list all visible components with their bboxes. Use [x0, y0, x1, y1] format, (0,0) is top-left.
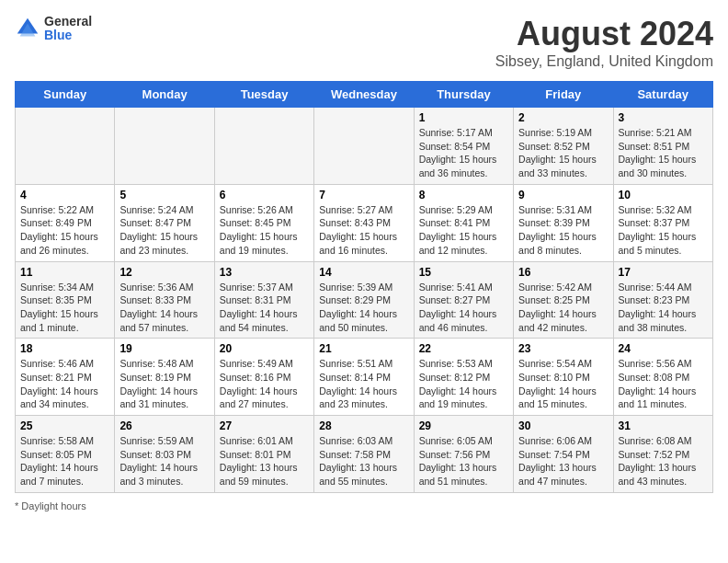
day-number-22: 22 [419, 342, 508, 355]
col-wednesday: Wednesday [314, 82, 414, 108]
day-info-8: Sunrise: 5:29 AM Sunset: 8:41 PM Dayligh… [419, 203, 508, 258]
day-number-21: 21 [319, 342, 408, 355]
day-number-13: 13 [220, 266, 309, 279]
calendar-cell-w1-d0 [16, 108, 115, 185]
day-info-13: Sunrise: 5:37 AM Sunset: 8:31 PM Dayligh… [220, 281, 309, 335]
calendar-cell-w2-d0: 4Sunrise: 5:22 AM Sunset: 8:49 PM Daylig… [16, 184, 115, 261]
title-block: August 2024 Sibsey, England, United King… [495, 15, 713, 70]
calendar-cell-w2-d5: 9Sunrise: 5:31 AM Sunset: 8:39 PM Daylig… [514, 184, 613, 261]
calendar-cell-w1-d4: 1Sunrise: 5:17 AM Sunset: 8:54 PM Daylig… [414, 108, 513, 185]
calendar-cell-w4-d0: 18Sunrise: 5:46 AM Sunset: 8:21 PM Dayli… [16, 339, 115, 416]
day-info-27: Sunrise: 6:01 AM Sunset: 8:01 PM Dayligh… [220, 434, 309, 488]
day-number-1: 1 [419, 111, 508, 124]
calendar-cell-w2-d3: 7Sunrise: 5:27 AM Sunset: 8:43 PM Daylig… [314, 184, 414, 261]
day-info-15: Sunrise: 5:41 AM Sunset: 8:27 PM Dayligh… [419, 281, 508, 335]
col-saturday: Saturday [613, 82, 712, 108]
week-row-3: 11Sunrise: 5:34 AM Sunset: 8:35 PM Dayli… [16, 261, 713, 339]
day-number-10: 10 [619, 189, 708, 201]
calendar-cell-w3-d2: 13Sunrise: 5:37 AM Sunset: 8:31 PM Dayli… [214, 261, 313, 339]
day-number-31: 31 [619, 419, 708, 432]
day-number-8: 8 [419, 189, 508, 201]
day-info-30: Sunrise: 6:06 AM Sunset: 7:54 PM Dayligh… [518, 434, 608, 488]
col-monday: Monday [115, 82, 214, 108]
week-row-1: 1Sunrise: 5:17 AM Sunset: 8:54 PM Daylig… [16, 108, 713, 185]
day-info-29: Sunrise: 6:05 AM Sunset: 7:56 PM Dayligh… [419, 434, 508, 488]
day-info-12: Sunrise: 5:36 AM Sunset: 8:33 PM Dayligh… [119, 281, 209, 335]
calendar-cell-w4-d4: 22Sunrise: 5:53 AM Sunset: 8:12 PM Dayli… [414, 339, 513, 416]
day-number-24: 24 [619, 342, 708, 355]
calendar-cell-w3-d1: 12Sunrise: 5:36 AM Sunset: 8:33 PM Dayli… [115, 261, 214, 339]
calendar-cell-w1-d3 [314, 108, 414, 185]
logo-general: General [44, 15, 92, 29]
day-info-25: Sunrise: 5:58 AM Sunset: 8:05 PM Dayligh… [20, 434, 109, 488]
calendar-cell-w3-d5: 16Sunrise: 5:42 AM Sunset: 8:25 PM Dayli… [514, 261, 613, 339]
header: General Blue August 2024 Sibsey, England… [15, 15, 713, 70]
calendar-cell-w2-d6: 10Sunrise: 5:32 AM Sunset: 8:37 PM Dayli… [613, 184, 712, 261]
day-info-3: Sunrise: 5:21 AM Sunset: 8:51 PM Dayligh… [619, 126, 708, 180]
day-number-9: 9 [518, 189, 608, 201]
day-info-26: Sunrise: 5:59 AM Sunset: 8:03 PM Dayligh… [119, 434, 209, 488]
day-number-6: 6 [220, 189, 309, 201]
day-info-7: Sunrise: 5:27 AM Sunset: 8:43 PM Dayligh… [319, 203, 408, 258]
calendar-cell-w5-d6: 31Sunrise: 6:08 AM Sunset: 7:52 PM Dayli… [613, 416, 712, 493]
col-friday: Friday [514, 82, 613, 108]
day-number-16: 16 [518, 266, 608, 279]
day-number-2: 2 [518, 111, 608, 124]
calendar-cell-w4-d5: 23Sunrise: 5:54 AM Sunset: 8:10 PM Dayli… [514, 339, 613, 416]
day-info-23: Sunrise: 5:54 AM Sunset: 8:10 PM Dayligh… [518, 357, 608, 411]
day-info-6: Sunrise: 5:26 AM Sunset: 8:45 PM Dayligh… [220, 203, 309, 258]
day-number-11: 11 [20, 266, 109, 279]
day-info-16: Sunrise: 5:42 AM Sunset: 8:25 PM Dayligh… [518, 281, 608, 335]
day-number-18: 18 [20, 342, 109, 355]
day-info-14: Sunrise: 5:39 AM Sunset: 8:29 PM Dayligh… [319, 281, 408, 335]
calendar-table: Sunday Monday Tuesday Wednesday Thursday… [15, 81, 713, 493]
week-row-4: 18Sunrise: 5:46 AM Sunset: 8:21 PM Dayli… [16, 339, 713, 416]
calendar-cell-w4-d6: 24Sunrise: 5:56 AM Sunset: 8:08 PM Dayli… [613, 339, 712, 416]
day-info-31: Sunrise: 6:08 AM Sunset: 7:52 PM Dayligh… [619, 434, 708, 488]
calendar-header: Sunday Monday Tuesday Wednesday Thursday… [16, 82, 713, 108]
calendar-cell-w5-d0: 25Sunrise: 5:58 AM Sunset: 8:05 PM Dayli… [16, 416, 115, 493]
calendar-cell-w2-d1: 5Sunrise: 5:24 AM Sunset: 8:47 PM Daylig… [115, 184, 214, 261]
calendar-cell-w4-d2: 20Sunrise: 5:49 AM Sunset: 8:16 PM Dayli… [214, 339, 313, 416]
calendar-cell-w3-d0: 11Sunrise: 5:34 AM Sunset: 8:35 PM Dayli… [16, 261, 115, 339]
calendar-cell-w3-d3: 14Sunrise: 5:39 AM Sunset: 8:29 PM Dayli… [314, 261, 414, 339]
day-info-21: Sunrise: 5:51 AM Sunset: 8:14 PM Dayligh… [319, 357, 408, 411]
col-tuesday: Tuesday [214, 82, 313, 108]
day-info-28: Sunrise: 6:03 AM Sunset: 7:58 PM Dayligh… [319, 434, 408, 488]
day-info-1: Sunrise: 5:17 AM Sunset: 8:54 PM Dayligh… [419, 126, 508, 180]
day-number-4: 4 [20, 189, 109, 201]
day-number-27: 27 [220, 419, 309, 432]
calendar-cell-w1-d2 [214, 108, 313, 185]
day-number-15: 15 [419, 266, 508, 279]
day-number-5: 5 [119, 189, 209, 201]
calendar-cell-w5-d2: 27Sunrise: 6:01 AM Sunset: 8:01 PM Dayli… [214, 416, 313, 493]
day-number-3: 3 [619, 111, 708, 124]
day-number-7: 7 [319, 189, 408, 201]
day-number-14: 14 [319, 266, 408, 279]
day-number-17: 17 [619, 266, 708, 279]
main-title: August 2024 [495, 15, 713, 53]
day-info-10: Sunrise: 5:32 AM Sunset: 8:37 PM Dayligh… [619, 203, 708, 258]
day-number-23: 23 [518, 342, 608, 355]
day-info-19: Sunrise: 5:48 AM Sunset: 8:19 PM Dayligh… [119, 357, 209, 411]
day-number-12: 12 [119, 266, 209, 279]
day-number-29: 29 [419, 419, 508, 432]
footer-label: Daylight hours [21, 500, 85, 511]
calendar-cell-w5-d5: 30Sunrise: 6:06 AM Sunset: 7:54 PM Dayli… [514, 416, 613, 493]
calendar-cell-w2-d4: 8Sunrise: 5:29 AM Sunset: 8:41 PM Daylig… [414, 184, 513, 261]
day-number-28: 28 [319, 419, 408, 432]
day-info-17: Sunrise: 5:44 AM Sunset: 8:23 PM Dayligh… [619, 281, 708, 335]
col-thursday: Thursday [414, 82, 513, 108]
logo-text: General Blue [44, 15, 92, 43]
day-info-9: Sunrise: 5:31 AM Sunset: 8:39 PM Dayligh… [518, 203, 608, 258]
day-info-24: Sunrise: 5:56 AM Sunset: 8:08 PM Dayligh… [619, 357, 708, 411]
day-info-2: Sunrise: 5:19 AM Sunset: 8:52 PM Dayligh… [518, 126, 608, 180]
week-row-5: 25Sunrise: 5:58 AM Sunset: 8:05 PM Dayli… [16, 416, 713, 493]
calendar-cell-w1-d1 [115, 108, 214, 185]
calendar-cell-w2-d2: 6Sunrise: 5:26 AM Sunset: 8:45 PM Daylig… [214, 184, 313, 261]
day-info-20: Sunrise: 5:49 AM Sunset: 8:16 PM Dayligh… [220, 357, 309, 411]
day-number-19: 19 [119, 342, 209, 355]
calendar-cell-w4-d3: 21Sunrise: 5:51 AM Sunset: 8:14 PM Dayli… [314, 339, 414, 416]
col-sunday: Sunday [16, 82, 115, 108]
day-number-30: 30 [518, 419, 608, 432]
